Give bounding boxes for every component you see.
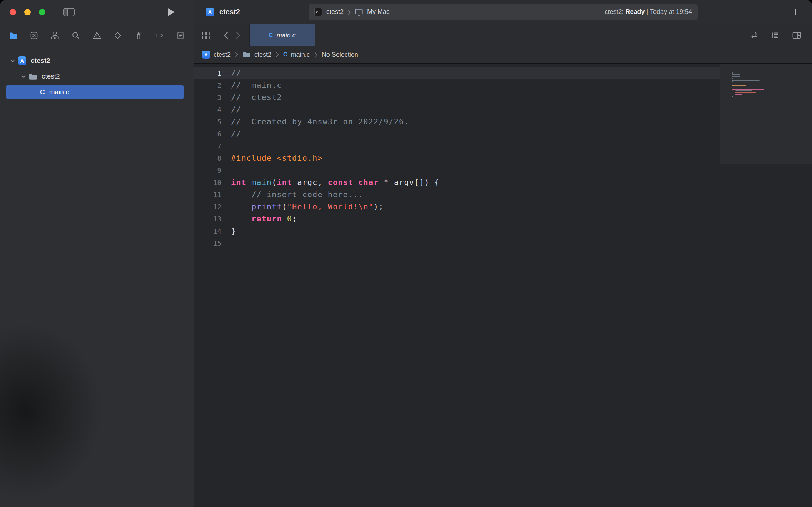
- chevron-separator-icon: [347, 9, 351, 15]
- code-line-8[interactable]: 8#include <stdio.h>: [194, 152, 720, 164]
- run-button[interactable]: [167, 7, 175, 17]
- code-text: #include <stdio.h>: [221, 152, 322, 164]
- code-text: printf("Hello, World!\n");: [221, 201, 384, 213]
- main-area: A ctest2 >_ ctest2 My Mac ctest2:: [194, 0, 812, 507]
- breakpoint-navigator-icon[interactable]: [151, 27, 168, 44]
- code-text: // main.c: [221, 79, 282, 91]
- jumpbar-item[interactable]: ctest2: [214, 51, 231, 59]
- c-file-icon: C: [283, 51, 287, 58]
- chevron-separator-icon: [235, 52, 238, 57]
- code-review-icon[interactable]: [750, 31, 759, 40]
- line-number[interactable]: 5: [194, 116, 221, 128]
- code-line-7[interactable]: 7: [194, 140, 720, 152]
- toolbar-project: A ctest2: [206, 8, 240, 16]
- chevron-separator-icon: [276, 52, 279, 57]
- add-editor-icon[interactable]: [792, 31, 801, 40]
- xcode-window: A ctest2 ctest2 C main.c: [0, 0, 812, 507]
- test-navigator-icon[interactable]: [110, 27, 126, 44]
- find-navigator-icon[interactable]: [68, 27, 84, 44]
- editor-controls: [750, 24, 812, 46]
- activity-status-pill[interactable]: >_ ctest2 My Mac ctest2: Ready | Today a…: [309, 4, 698, 20]
- editor-options-icon[interactable]: [771, 31, 780, 40]
- tree-item-file[interactable]: C main.c: [0, 84, 194, 100]
- c-file-icon: C: [40, 88, 45, 96]
- line-number[interactable]: 10: [194, 176, 221, 189]
- code-line-2[interactable]: 2// main.c: [194, 79, 720, 91]
- code-line-11[interactable]: 11 // insert code here...: [194, 189, 720, 201]
- window-title: ctest2: [219, 8, 240, 16]
- code-line-15[interactable]: 15: [194, 237, 720, 249]
- sidebar-toggle-icon[interactable]: [63, 8, 75, 16]
- xcode-project-icon: A: [206, 8, 214, 16]
- jumpbar-item-no-selection[interactable]: No Selection: [322, 51, 358, 59]
- jump-bar: A ctest2 ctest2 C main.c No Selection: [194, 46, 812, 64]
- code-line-10[interactable]: 10int main(int argc, const char * argv[]…: [194, 176, 720, 189]
- tabbar-left-controls: [194, 24, 241, 46]
- xcode-project-icon: A: [18, 56, 26, 65]
- code-line-3[interactable]: 3// ctest2: [194, 91, 720, 104]
- status-project: ctest2:: [605, 8, 623, 15]
- disclosure-triangle-icon[interactable]: [8, 59, 18, 62]
- minimize-button[interactable]: [24, 9, 31, 15]
- minimap-line: [732, 97, 764, 99]
- tree-item-group[interactable]: ctest2: [0, 69, 194, 84]
- project-navigator-icon[interactable]: [5, 27, 21, 44]
- debug-navigator-icon[interactable]: [130, 27, 147, 44]
- tab-main-c[interactable]: C main.c: [249, 24, 315, 46]
- line-number[interactable]: 13: [194, 213, 221, 225]
- source-editor: 1//2// main.c3// ctest24//5// Created by…: [194, 64, 812, 507]
- line-number[interactable]: 6: [194, 128, 221, 140]
- line-number[interactable]: 11: [194, 189, 221, 201]
- selection-highlight: [6, 85, 184, 99]
- code-line-5[interactable]: 5// Created by 4nsw3r on 2022/9/26.: [194, 116, 720, 128]
- scheme-name: ctest2: [326, 8, 344, 16]
- toolbar: A ctest2 >_ ctest2 My Mac ctest2:: [194, 0, 812, 24]
- code-text: // insert code here...: [221, 189, 363, 201]
- code-text: int main(int argc, const char * argv[]) …: [221, 176, 440, 189]
- code-line-4[interactable]: 4//: [194, 104, 720, 116]
- editor-tab-bar: C main.c: [194, 24, 812, 46]
- line-number[interactable]: 12: [194, 201, 221, 213]
- code-area[interactable]: 1//2// main.c3// ctest24//5// Created by…: [194, 64, 720, 507]
- code-line-14[interactable]: 14}: [194, 225, 720, 237]
- related-items-icon[interactable]: [201, 31, 210, 40]
- plus-button[interactable]: [791, 8, 800, 16]
- forward-button[interactable]: [235, 31, 241, 40]
- minimap-code: [732, 72, 764, 99]
- jumpbar-item[interactable]: ctest2: [254, 51, 271, 59]
- code-line-9[interactable]: 9: [194, 164, 720, 176]
- symbol-navigator-icon[interactable]: [47, 27, 63, 44]
- zoom-button[interactable]: [39, 9, 45, 15]
- code-text: //: [221, 104, 241, 116]
- scheme-selector[interactable]: >_ ctest2 My Mac: [314, 8, 390, 16]
- close-button[interactable]: [10, 9, 16, 15]
- issue-navigator-icon[interactable]: [89, 27, 105, 44]
- tab-label: main.c: [277, 32, 296, 39]
- code-line-12[interactable]: 12 printf("Hello, World!\n");: [194, 201, 720, 213]
- line-number[interactable]: 14: [194, 225, 221, 237]
- report-navigator-icon[interactable]: [172, 27, 189, 44]
- code-line-6[interactable]: 6//: [194, 128, 720, 140]
- line-number[interactable]: 15: [194, 237, 221, 249]
- my-mac-icon: [355, 8, 363, 16]
- disclosure-triangle-icon[interactable]: [19, 75, 29, 78]
- code-line-13[interactable]: 13 return 0;: [194, 213, 720, 225]
- code-text: // Created by 4nsw3r on 2022/9/26.: [221, 116, 409, 128]
- source-control-navigator-icon[interactable]: [26, 27, 42, 44]
- build-status[interactable]: ctest2: Ready | Today at 19:54: [605, 8, 692, 16]
- code-line-1[interactable]: 1//: [194, 67, 720, 79]
- back-button[interactable]: [224, 31, 229, 40]
- line-number[interactable]: 9: [194, 164, 221, 176]
- project-navigator-tree: A ctest2 ctest2 C main.c: [0, 46, 194, 100]
- minimap[interactable]: [720, 64, 812, 507]
- line-number[interactable]: 1: [194, 67, 221, 79]
- tree-item-project[interactable]: A ctest2: [0, 53, 194, 69]
- line-number[interactable]: 2: [194, 79, 221, 91]
- destination-name: My Mac: [367, 8, 390, 16]
- line-number[interactable]: 4: [194, 104, 221, 116]
- line-number[interactable]: 7: [194, 140, 221, 152]
- jumpbar-item[interactable]: main.c: [291, 51, 310, 59]
- chevron-separator-icon: [314, 52, 317, 57]
- line-number[interactable]: 3: [194, 91, 221, 104]
- line-number[interactable]: 8: [194, 152, 221, 164]
